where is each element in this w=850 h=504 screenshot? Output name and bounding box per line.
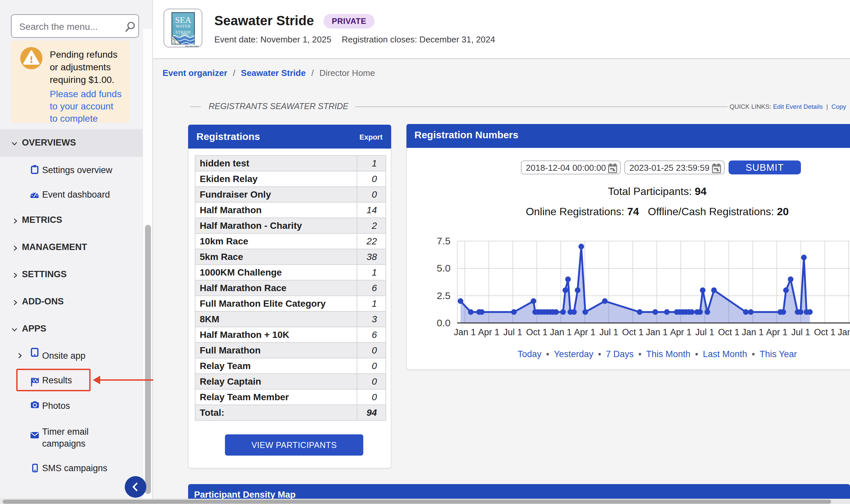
svg-text:Apr 1: Apr 1	[574, 327, 596, 337]
svg-text:Jul 1: Jul 1	[599, 327, 618, 337]
svg-text:Apr 1: Apr 1	[766, 327, 787, 337]
svg-text:0.0: 0.0	[437, 317, 450, 328]
svg-text:Apr 1: Apr 1	[478, 327, 500, 337]
svg-text:Oct 1: Oct 1	[526, 327, 548, 337]
svg-text:Jan 1: Jan 1	[550, 327, 572, 337]
svg-text:WATER: WATER	[176, 23, 191, 29]
svg-text:Jul 1: Jul 1	[503, 327, 522, 337]
svg-text:Oct 1: Oct 1	[718, 327, 740, 337]
svg-text:Apr 1: Apr 1	[670, 327, 692, 337]
svg-text:Oct 1: Oct 1	[814, 327, 836, 337]
svg-text:Oct 1: Oct 1	[622, 327, 644, 337]
svg-text:Jul 1: Jul 1	[695, 327, 714, 337]
svg-text:Jan 1: Jan 1	[742, 327, 764, 337]
svg-text:7.5: 7.5	[437, 235, 450, 246]
svg-text:5.0: 5.0	[437, 263, 450, 273]
svg-text:Jul 1: Jul 1	[791, 327, 810, 337]
svg-text:Jan 1: Jan 1	[454, 327, 476, 337]
svg-text:Jan 1: Jan 1	[838, 327, 850, 337]
svg-text:2.5: 2.5	[437, 290, 450, 301]
svg-text:Jan 1: Jan 1	[646, 327, 668, 337]
